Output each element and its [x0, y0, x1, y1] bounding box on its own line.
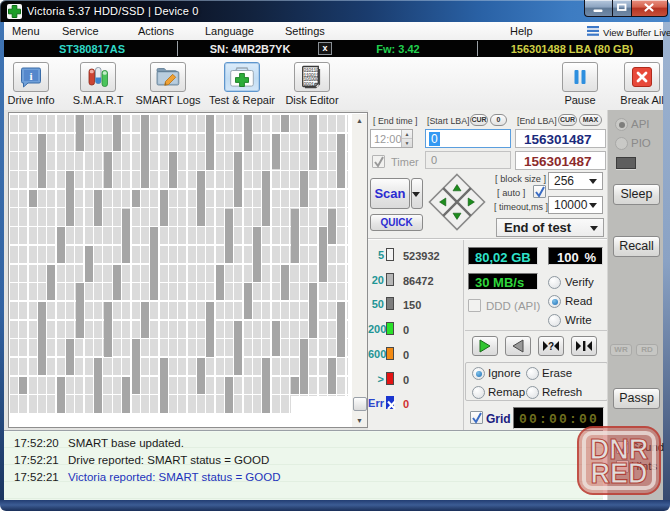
svg-text:0001: 0001 — [303, 82, 314, 88]
svg-text:i: i — [29, 70, 32, 82]
svg-text:?: ? — [548, 341, 554, 352]
